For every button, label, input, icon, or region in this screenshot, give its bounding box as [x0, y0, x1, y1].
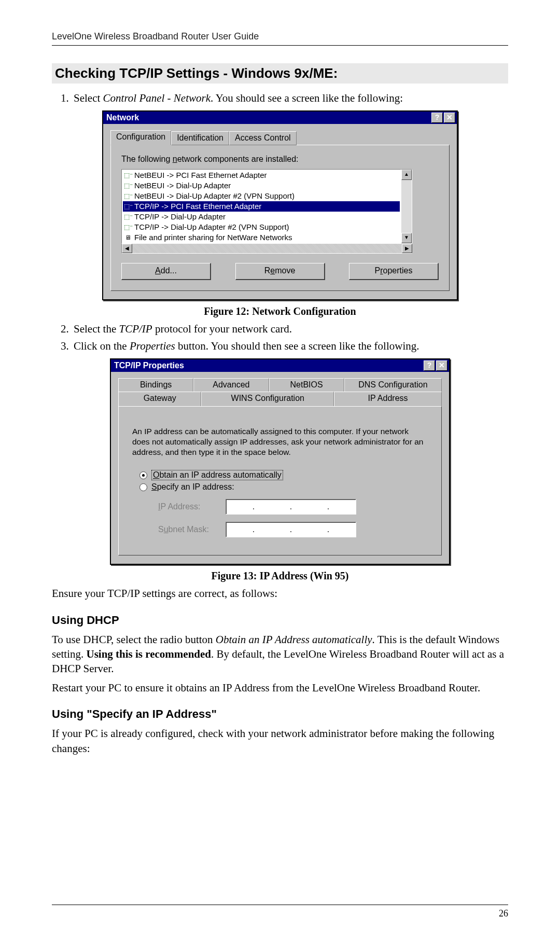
components-label-prefix: The following: [121, 155, 173, 163]
vertical-scrollbar[interactable]: ▲ ▼: [401, 169, 412, 244]
ip-address-row: IP Address: ...: [158, 499, 431, 515]
network-titlebar: Network ? ✕: [103, 112, 457, 124]
remove-button[interactable]: Remove: [235, 263, 325, 280]
share-icon: 🖥: [124, 234, 132, 241]
tab-ip-address[interactable]: IP Address: [334, 392, 442, 406]
components-label-under: n: [173, 155, 177, 163]
radio2-label-rest: pecify an IP address:: [157, 482, 234, 491]
close-icon[interactable]: ✕: [436, 360, 447, 371]
step-3-suffix: button. You should then see a screen lik…: [175, 340, 419, 352]
ip-label-rest: P Address:: [160, 502, 200, 511]
ip-address-panel: An IP address can be automatically assig…: [118, 406, 442, 555]
tab-access-control[interactable]: Access Control: [229, 131, 297, 145]
subnet-mask-input[interactable]: ...: [226, 522, 356, 537]
list-item[interactable]: ⬚⁻NetBEUI -> Dial-Up Adapter #2 (VPN Sup…: [123, 191, 400, 201]
components-listbox[interactable]: ⬚⁻NetBEUI -> PCI Fast Ethernet Adapter ⬚…: [121, 169, 401, 244]
page-footer: 26: [52, 905, 508, 919]
protocol-icon: ⬚⁻: [124, 182, 132, 189]
scroll-right-icon[interactable]: ▶: [402, 244, 412, 253]
sm-label-rest: bnet Mask:: [169, 525, 209, 534]
page-header: LevelOne Wireless Broadband Router User …: [52, 31, 508, 46]
dhcp-p1-italic: Obtain an IP Address automatically: [216, 633, 372, 646]
list-item[interactable]: ⬚⁻NetBEUI -> Dial-Up Adapter: [123, 180, 400, 191]
scroll-track[interactable]: [132, 244, 402, 253]
protocol-icon: ⬚⁻: [124, 213, 132, 220]
list-item-label: TCP/IP -> Dial-Up Adapter #2 (VPN Suppor…: [134, 222, 289, 232]
step-3-italic: Properties: [130, 340, 175, 352]
figure-12-caption: Figure 12: Network Configuration: [52, 305, 508, 317]
step-2: Select the TCP/IP protocol for your netw…: [72, 322, 508, 336]
tcpip-tabs-row-2: Gateway WINS Configuration IP Address: [118, 392, 442, 406]
tab-dns-configuration[interactable]: DNS Configuration: [344, 378, 442, 392]
close-icon[interactable]: ✕: [444, 113, 455, 123]
ip-help-text: An IP address can be automatically assig…: [132, 426, 428, 457]
scroll-left-icon[interactable]: ◀: [122, 244, 132, 253]
using-specify-heading: Using "Specify an IP Address": [52, 707, 508, 721]
step-1-suffix: . You should see a screen like the follo…: [211, 92, 403, 104]
dhcp-paragraph-2: Restart your PC to ensure it obtains an …: [52, 680, 508, 695]
list-item[interactable]: 🖥File and printer sharing for NetWare Ne…: [123, 232, 400, 243]
list-item-label: NetBEUI -> Dial-Up Adapter #2 (VPN Suppo…: [134, 191, 295, 201]
scroll-down-icon[interactable]: ▼: [401, 233, 412, 243]
add-button[interactable]: Add...: [121, 263, 211, 280]
list-item-label: TCP/IP -> PCI Fast Ethernet Adapter: [134, 201, 261, 212]
list-item[interactable]: ⬚⁻TCP/IP -> Dial-Up Adapter #2 (VPN Supp…: [123, 222, 400, 232]
list-item-label: NetBEUI -> Dial-Up Adapter: [134, 180, 231, 191]
horizontal-scrollbar[interactable]: ◀ ▶: [121, 244, 412, 254]
add-label-rest: dd...: [161, 266, 177, 275]
main-heading: Checking TCP/IP Settings - Windows 9x/ME…: [52, 63, 508, 84]
dhcp-p1-a: To use DHCP, select the radio button: [52, 633, 216, 646]
tab-bindings[interactable]: Bindings: [118, 378, 193, 392]
page-number: 26: [499, 908, 508, 919]
network-title-text: Network: [106, 113, 139, 122]
subnet-mask-label: Subnet Mask:: [158, 525, 215, 534]
tab-advanced[interactable]: Advanced: [193, 378, 269, 392]
step-1-prefix: Select: [74, 92, 103, 104]
components-label: The following network components are ins…: [121, 155, 439, 164]
tcpip-tabs-row-1: Bindings Advanced NetBIOS DNS Configurat…: [118, 378, 442, 392]
step-1-italic: Control Panel - Network: [103, 92, 211, 104]
list-item[interactable]: ⬚⁻TCP/IP -> Dial-Up Adapter: [123, 212, 400, 222]
radio1-accel: O: [153, 470, 159, 479]
subnet-mask-row: Subnet Mask: ...: [158, 522, 431, 537]
help-icon[interactable]: ?: [424, 360, 435, 371]
radio-unselected-icon: [139, 483, 147, 491]
scroll-up-icon[interactable]: ▲: [401, 170, 412, 180]
sm-label-prefix: S: [158, 525, 164, 534]
dhcp-p1-bold: Using this is recommended: [87, 648, 212, 660]
list-item-selected[interactable]: ⬚⁻TCP/IP -> PCI Fast Ethernet Adapter: [123, 201, 400, 212]
step-2-prefix: Select the: [74, 323, 119, 335]
radio-specify[interactable]: Specify an IP address:: [139, 482, 431, 492]
protocol-icon: ⬚⁻: [124, 192, 132, 200]
radio1-label-rest: btain an IP address automatically: [159, 470, 281, 479]
tab-wins-configuration[interactable]: WINS Configuration: [201, 392, 334, 406]
list-item-label: NetBEUI -> PCI Fast Ethernet Adapter: [134, 170, 267, 180]
network-tabs: Configuration Identification Access Cont…: [110, 130, 450, 145]
remove-label-rest: move: [275, 266, 295, 275]
step-3-prefix: Click on the: [74, 340, 130, 352]
radio2-accel: S: [151, 482, 157, 491]
network-dialog: Network ? ✕ Configuration Identification…: [102, 110, 458, 300]
tab-identification[interactable]: Identification: [171, 131, 229, 145]
ip-address-input[interactable]: ...: [226, 499, 356, 515]
components-label-suffix: etwork components are installed:: [177, 155, 299, 163]
tcpip-title-text: TCP/IP Properties: [114, 361, 184, 370]
list-item[interactable]: ⬚⁻NetBEUI -> PCI Fast Ethernet Adapter: [123, 170, 400, 180]
step-2-italic: TCP/IP: [119, 323, 152, 335]
add-accel: A: [155, 266, 161, 275]
tab-gateway[interactable]: Gateway: [118, 392, 201, 406]
radio-obtain-auto[interactable]: Obtain an IP address automatically: [139, 470, 431, 480]
step-2-suffix: protocol for your network card.: [152, 323, 292, 335]
tab-configuration[interactable]: Configuration: [110, 130, 171, 145]
using-dhcp-heading: Using DHCP: [52, 614, 508, 627]
sm-label-accel: u: [164, 525, 169, 534]
step-3: Click on the Properties button. You shou…: [72, 339, 508, 353]
protocol-icon: ⬚⁻: [124, 172, 132, 179]
properties-button[interactable]: Properties: [349, 263, 439, 280]
radio-specify-label: Specify an IP address:: [151, 482, 234, 492]
specify-paragraph-1: If your PC is already configured, check …: [52, 726, 508, 756]
tab-netbios[interactable]: NetBIOS: [269, 378, 344, 392]
radio-selected-icon: [139, 471, 147, 479]
step-1: Select Control Panel - Network. You shou…: [72, 91, 508, 105]
help-icon[interactable]: ?: [431, 113, 443, 123]
